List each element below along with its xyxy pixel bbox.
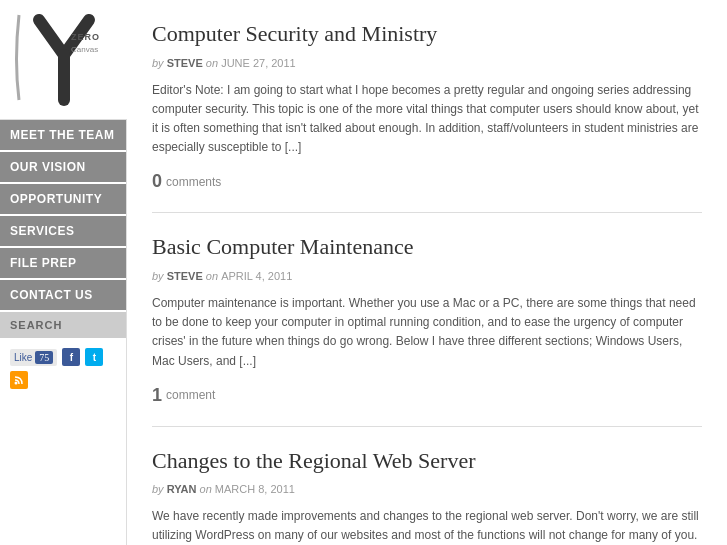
nav-item-services[interactable]: SERVICES [0, 216, 126, 248]
post-3-excerpt: We have recently made improvements and c… [152, 507, 702, 545]
post-1-comments[interactable]: 0 comments [152, 171, 702, 192]
post-1-comments-label: comments [166, 175, 221, 189]
post-1-author: STEVE [167, 57, 203, 69]
rss-svg [14, 375, 24, 385]
post-1-meta: by STEVE on JUNE 27, 2011 [152, 57, 702, 69]
rss-icon[interactable] [10, 371, 28, 389]
facebook-icon[interactable]: f [62, 348, 80, 366]
post-2-comments[interactable]: 1 comment [152, 385, 702, 406]
post-2-comments-label: comment [166, 388, 215, 402]
post-2-excerpt: Computer maintenance is important. Wheth… [152, 294, 702, 371]
nav-item-our-vision[interactable]: OUR VISION [0, 152, 126, 184]
post-3-meta: by RYAN on MARCH 8, 2011 [152, 483, 702, 495]
svg-line-0 [39, 20, 64, 55]
nav-item-contact-us[interactable]: CONTACT US [0, 280, 126, 312]
post-2: Basic Computer Maintenance by STEVE on A… [152, 233, 702, 426]
post-2-meta: by STEVE on APRIL 4, 2011 [152, 270, 702, 282]
post-1: Computer Security and Ministry by STEVE … [152, 20, 702, 213]
svg-text:ZERO: ZERO [71, 32, 100, 42]
like-count: 75 [35, 351, 53, 364]
post-1-title[interactable]: Computer Security and Ministry [152, 20, 702, 49]
post-3: Changes to the Regional Web Server by RY… [152, 447, 702, 545]
logo-area: ZERO Canvas [0, 0, 127, 120]
nav-item-meet-the-team[interactable]: MEET THE TEAM [0, 120, 126, 152]
post-3-date: MARCH 8, 2011 [215, 483, 295, 495]
svg-text:Canvas: Canvas [71, 45, 98, 54]
search-bar[interactable]: SEARCH [0, 312, 126, 340]
social-bar: Like 75 f t [0, 340, 126, 397]
post-2-comments-count: 1 [152, 385, 162, 406]
post-1-excerpt: Editor's Note: I am going to start what … [152, 81, 702, 158]
post-3-author: RYAN [167, 483, 197, 495]
post-2-title[interactable]: Basic Computer Maintenance [152, 233, 702, 262]
sidebar: ZERO Canvas MEET THE TEAM OUR VISION OPP… [0, 0, 127, 545]
main-content: Computer Security and Ministry by STEVE … [127, 0, 727, 545]
post-2-author: STEVE [167, 270, 203, 282]
facebook-like[interactable]: Like 75 [10, 349, 57, 366]
site-logo: ZERO Canvas [9, 10, 119, 110]
like-label: Like [14, 352, 32, 363]
twitter-icon[interactable]: t [85, 348, 103, 366]
nav-item-opportunity[interactable]: OPPORTUNITY [0, 184, 126, 216]
post-2-date: APRIL 4, 2011 [221, 270, 292, 282]
svg-point-5 [15, 382, 18, 385]
post-1-comments-count: 0 [152, 171, 162, 192]
post-3-title[interactable]: Changes to the Regional Web Server [152, 447, 702, 476]
post-1-date: JUNE 27, 2011 [221, 57, 296, 69]
nav-item-file-prep[interactable]: FILE PREP [0, 248, 126, 280]
